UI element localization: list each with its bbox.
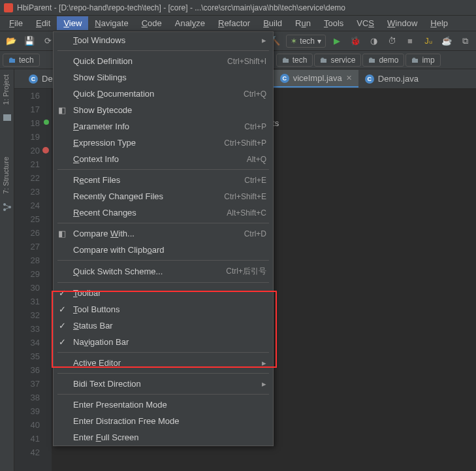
line-number[interactable]: 35 <box>14 349 40 363</box>
structure-icon[interactable]: ⧉ <box>458 34 472 48</box>
stop-icon[interactable]: ■ <box>403 34 417 48</box>
menu-refactor[interactable]: Refactor <box>212 16 257 30</box>
menu-item-navigation-bar[interactable]: ✓Navigation Bar <box>54 334 273 350</box>
menu-navigate[interactable]: Navigate <box>88 16 135 30</box>
tab-1[interactable]: CviceImpl.java✕ <box>274 70 358 88</box>
menu-build[interactable]: Build <box>257 16 289 30</box>
menu-item-quick-definition[interactable]: Quick DefinitionCtrl+Shift+I <box>54 53 273 69</box>
close-icon[interactable]: ✕ <box>346 74 352 82</box>
class-icon: C <box>29 74 38 84</box>
menu-help[interactable]: Help <box>424 16 454 30</box>
menu-item-quick-switch-scheme-[interactable]: Quick Switch Scheme...Ctrl+后引号 <box>54 263 273 280</box>
tab-2[interactable]: CDemo.java <box>358 71 425 87</box>
menu-code[interactable]: Code <box>135 16 168 30</box>
crumb-demo[interactable]: 🖿demo <box>362 54 404 67</box>
crumb-tech[interactable]: 🖿tech <box>3 54 40 67</box>
crumb-imp[interactable]: 🖿imp <box>405 54 440 67</box>
menu-item-compare-with-clipboard[interactable]: Compare with Clipboard <box>54 242 273 258</box>
menu-item-tool-buttons[interactable]: ✓Tool Buttons <box>54 301 273 317</box>
line-number[interactable]: 19 <box>14 130 40 144</box>
menu-item-show-siblings[interactable]: Show Siblings <box>54 69 273 86</box>
line-number[interactable]: 37 <box>14 377 40 391</box>
line-number[interactable]: 32 <box>14 308 40 322</box>
line-number[interactable]: 38 <box>14 391 40 404</box>
menu-item-expression-type[interactable]: Expression TypeCtrl+Shift+P <box>54 135 273 151</box>
menu-vcs[interactable]: VCS <box>350 16 381 30</box>
line-number[interactable]: 30 <box>14 281 40 295</box>
left-tab-structure[interactable]: 7: Structure <box>0 152 12 199</box>
line-number[interactable]: 27 <box>14 240 40 253</box>
line-number[interactable]: 16 <box>14 89 40 103</box>
project-tool-icon <box>2 112 12 123</box>
line-number[interactable]: 23 <box>14 185 40 199</box>
menu-item-recently-changed-files[interactable]: Recently Changed FilesCtrl+Shift+E <box>54 188 273 204</box>
run-icon[interactable]: ▶ <box>330 34 344 48</box>
menu-file[interactable]: File <box>3 16 29 30</box>
menu-view[interactable]: View <box>57 16 88 30</box>
line-number[interactable]: 42 <box>14 446 40 459</box>
debug-icon[interactable]: 🐞 <box>348 34 362 48</box>
coverage-icon[interactable]: ◑ <box>366 34 381 48</box>
crumb-service[interactable]: 🖿service <box>314 54 361 67</box>
line-number[interactable]: 26 <box>14 226 40 240</box>
menu-item-context-info[interactable]: Context InfoAlt+Q <box>54 151 273 167</box>
line-number[interactable]: 20 <box>14 144 40 157</box>
left-tab-project[interactable]: 1: Project <box>0 69 12 110</box>
profile-icon[interactable]: ⏱ <box>385 34 399 48</box>
line-number[interactable]: 33 <box>14 322 40 336</box>
submenu-arrow-icon: ▸ <box>262 379 266 389</box>
menu-run[interactable]: Run <box>289 16 317 30</box>
run-config-leaf-icon: ✶ <box>291 37 297 46</box>
title-path: [D:\repo-hand\repo-tech\tech] <box>59 3 161 12</box>
folder-icon: 🖿 <box>411 56 419 65</box>
menu-item-quick-documentation[interactable]: Quick DocumentationCtrl+Q <box>54 86 273 102</box>
line-number[interactable]: 40 <box>14 418 40 432</box>
menu-analyze[interactable]: Analyze <box>168 16 212 30</box>
menu-item-show-bytecode[interactable]: ◧Show Bytecode <box>54 102 273 118</box>
line-number[interactable]: 25 <box>14 212 40 226</box>
folder-icon: 🖿 <box>282 56 290 65</box>
line-number[interactable]: 36 <box>14 363 40 377</box>
line-number[interactable]: 39 <box>14 404 40 418</box>
open-icon[interactable]: 📂 <box>4 34 18 48</box>
menu-item-recent-changes[interactable]: Recent ChangesAlt+Shift+C <box>54 204 273 221</box>
junit-icon[interactable]: Jᵤ <box>421 34 436 48</box>
menu-item-bidi-text-direction[interactable]: Bidi Text Direction▸ <box>54 376 273 392</box>
line-number[interactable]: 41 <box>14 432 40 446</box>
line-number[interactable]: 22 <box>14 171 40 185</box>
line-number[interactable]: 29 <box>14 267 40 281</box>
line-number[interactable]: 21 <box>14 157 40 171</box>
line-number[interactable]: 31 <box>14 295 40 308</box>
line-number[interactable]: 18↓ <box>14 116 40 130</box>
line-number[interactable]: 17 <box>14 103 40 116</box>
menu-item-tool-windows[interactable]: Tool Windows▸ <box>54 32 273 48</box>
folder-icon: 🖿 <box>8 56 16 65</box>
menu-item-enter-distraction-free-mode[interactable]: Enter Distraction Free Mode <box>54 413 273 429</box>
line-number[interactable]: 34 <box>14 336 40 349</box>
line-number[interactable]: 28 <box>14 253 40 267</box>
menu-item-active-editor[interactable]: Active Editor▸ <box>54 355 273 371</box>
run-config-selector[interactable]: ✶ tech ▾ <box>286 35 326 48</box>
menu-item-compare-with-[interactable]: ◧Compare With...Ctrl+D <box>54 225 273 242</box>
menu-item-toolbar[interactable]: ✓Toolbar <box>54 285 273 301</box>
chevron-down-icon: ▾ <box>317 37 321 46</box>
java-icon[interactable]: ☕ <box>439 34 454 48</box>
crumb-tech[interactable]: 🖿tech <box>276 54 313 67</box>
check-icon: ✓ <box>59 288 66 298</box>
menu-item-recent-files[interactable]: Recent FilesCtrl+E <box>54 172 273 188</box>
save-all-icon[interactable]: 💾 <box>22 34 37 48</box>
menu-tools[interactable]: Tools <box>317 16 350 30</box>
title-project: HbiParent <box>17 3 52 12</box>
menu-edit[interactable]: Edit <box>29 16 57 30</box>
menu-window[interactable]: Window <box>381 16 424 30</box>
line-number[interactable]: 24 <box>14 199 40 212</box>
menu-item-parameter-info[interactable]: Parameter InfoCtrl+P <box>54 118 273 135</box>
menu-item-enter-presentation-mode[interactable]: Enter Presentation Mode <box>54 397 273 413</box>
menu-item-status-bar[interactable]: ✓Status Bar <box>54 317 273 334</box>
folder-icon: 🖿 <box>320 56 328 65</box>
submenu-arrow-icon: ▸ <box>262 35 266 45</box>
project-icon <box>4 3 13 12</box>
menubar: FileEditViewNavigateCodeAnalyzeRefactorB… <box>0 16 476 31</box>
menu-item-enter-full-screen[interactable]: Enter Full Screen <box>54 429 273 446</box>
title-bar: HbiParent - [D:\repo-hand\repo-tech\tech… <box>0 0 476 16</box>
